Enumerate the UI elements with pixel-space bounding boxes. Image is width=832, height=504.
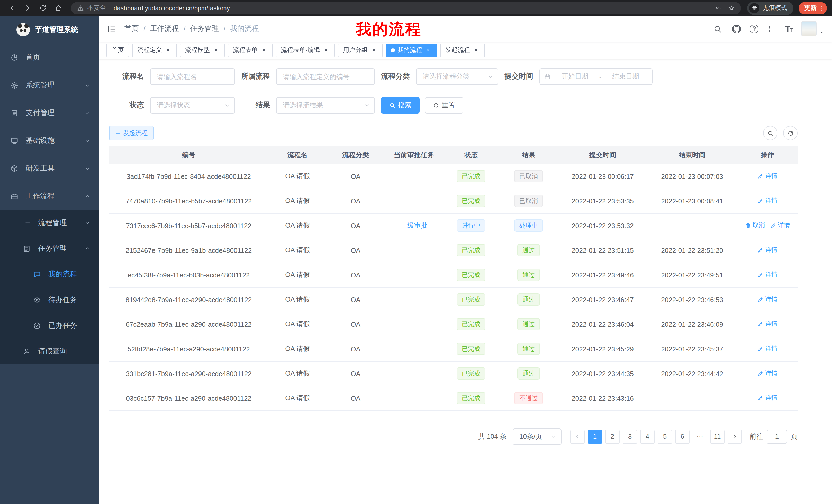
tab-process-model[interactable]: 流程模型×	[180, 44, 225, 57]
cancel-link[interactable]: 取消	[745, 221, 765, 230]
breadcrumb-home[interactable]: 首页	[125, 24, 139, 33]
result-badge: 已取消	[514, 170, 543, 183]
detail-link[interactable]: 详情	[757, 295, 778, 304]
trash-icon	[745, 222, 751, 229]
start-process-button[interactable]: 发起流程	[109, 126, 154, 140]
close-icon[interactable]: ×	[370, 47, 378, 54]
goto-page-input[interactable]	[767, 429, 787, 444]
tab-process-definition[interactable]: 流程定义×	[132, 44, 177, 57]
sidebar-item-infrastructure[interactable]: 基础设施	[0, 127, 99, 155]
page-button[interactable]: 3	[623, 429, 637, 444]
close-icon[interactable]: ×	[322, 47, 330, 54]
user-menu[interactable]	[801, 21, 825, 36]
close-icon[interactable]: ×	[164, 47, 172, 54]
sidebar-item-todo-tasks[interactable]: 待办任务	[0, 287, 99, 313]
incognito-badge[interactable]: 无痕模式	[747, 1, 794, 15]
page-button[interactable]: 11	[710, 429, 725, 444]
goto-label: 前往	[750, 432, 763, 441]
status-badge: 已完成	[457, 318, 486, 330]
parent-process-input[interactable]	[276, 68, 375, 85]
browser-update-button[interactable]: 更新	[799, 2, 827, 14]
page-button[interactable]: 1	[588, 429, 602, 444]
reset-button[interactable]: 重置	[425, 97, 463, 114]
font-size-icon[interactable]	[785, 25, 794, 33]
col-submit-time: 提交时间	[558, 146, 647, 164]
table-header-row: 编号 流程名 流程分类 当前审批任务 状态 结果 提交时间 结束时间 操作	[109, 146, 798, 164]
status-select[interactable]: 请选择状态	[150, 97, 235, 114]
more-pages-button[interactable]: ···	[693, 429, 707, 444]
refresh-table-button[interactable]	[783, 126, 798, 140]
cell-status: 已完成	[443, 262, 499, 287]
breadcrumb-workflow[interactable]: 工作流程	[150, 24, 179, 33]
chevron-down-icon	[488, 74, 494, 80]
bookmark-star-icon[interactable]	[728, 5, 735, 11]
chevron-down-icon	[84, 82, 90, 88]
page-size-select[interactable]: 10条/页	[513, 428, 562, 445]
search-button[interactable]: 搜索	[381, 97, 420, 114]
tab-process-form[interactable]: 流程表单×	[228, 44, 272, 57]
detail-link[interactable]: 详情	[757, 320, 778, 329]
sidebar-item-system[interactable]: 系统管理	[0, 72, 99, 99]
process-name-input[interactable]	[150, 68, 235, 85]
sidebar-item-task-management[interactable]: 任务管理	[0, 236, 99, 261]
cell-result: 已取消	[499, 189, 558, 213]
detail-link[interactable]: 详情	[757, 271, 778, 279]
detail-link[interactable]: 详情	[757, 197, 778, 205]
close-icon[interactable]: ×	[212, 47, 219, 54]
page-button[interactable]: 2	[605, 429, 620, 444]
sidebar-item-process-management[interactable]: 流程管理	[0, 210, 99, 236]
app-logo[interactable]: 芋道管理系统	[0, 16, 99, 44]
sidebar-item-workflow[interactable]: 工作流程	[0, 183, 99, 210]
sidebar-item-my-process[interactable]: 我的流程	[0, 261, 99, 287]
tab-start-process[interactable]: 发起流程×	[440, 44, 485, 57]
category-select[interactable]: 请选择流程分类	[416, 68, 498, 85]
tab-home[interactable]: 首页	[106, 44, 129, 57]
browser-reload-button[interactable]	[36, 1, 49, 15]
clipboard-icon	[23, 245, 31, 253]
prev-page-button[interactable]	[570, 429, 585, 444]
tab-my-process[interactable]: 我的流程×	[386, 44, 437, 57]
sidebar-item-payment[interactable]: 支付管理	[0, 99, 99, 127]
hamburger-toggle[interactable]	[99, 16, 125, 41]
detail-link[interactable]: 详情	[757, 369, 778, 378]
detail-link[interactable]: 详情	[757, 344, 778, 353]
page-button[interactable]: 5	[658, 429, 672, 444]
sidebar-item-label: 我的流程	[48, 270, 77, 279]
current-task-link[interactable]: 一级审批	[400, 221, 427, 229]
tab-process-form-edit[interactable]: 流程表单-编辑×	[276, 44, 335, 57]
close-icon[interactable]: ×	[425, 47, 432, 54]
password-key-icon[interactable]	[715, 5, 722, 11]
result-badge: 通过	[517, 244, 540, 256]
sidebar-item-home[interactable]: 首页	[0, 44, 99, 72]
next-page-button[interactable]	[728, 429, 742, 444]
table-row: 7317cec6-7b9b-11ec-b5b7-acde48001122 OA …	[109, 213, 798, 238]
sidebar-item-done-tasks[interactable]: 已办任务	[0, 313, 99, 339]
tab-user-group[interactable]: 用户分组×	[338, 44, 383, 57]
browser-back-button[interactable]	[5, 1, 19, 15]
browser-home-button[interactable]	[51, 1, 65, 15]
detail-link[interactable]: 详情	[757, 394, 778, 402]
table-row: 03c6c157-7b9a-11ec-a290-acde48001122 OA …	[109, 386, 798, 411]
close-icon[interactable]: ×	[473, 47, 480, 54]
edit-icon	[757, 173, 763, 179]
sidebar-item-devtools[interactable]: 研发工具	[0, 155, 99, 183]
browser-forward-button[interactable]	[21, 1, 34, 15]
result-select[interactable]: 请选择流结果	[276, 97, 375, 114]
page-button[interactable]: 4	[640, 429, 655, 444]
breadcrumb-task-management[interactable]: 任务管理	[190, 24, 219, 33]
sidebar-item-leave-query[interactable]: 请假查询	[0, 339, 99, 364]
detail-link[interactable]: 详情	[757, 172, 778, 180]
detail-link[interactable]: 详情	[770, 221, 790, 230]
detail-link[interactable]: 详情	[757, 246, 778, 255]
github-icon[interactable]	[731, 23, 742, 34]
toggle-search-button[interactable]	[763, 126, 778, 140]
date-range-picker[interactable]: 开始日期 - 结束日期	[539, 68, 653, 85]
address-bar[interactable]: 不安全 dashboard.yudao.iocoder.cn/bpm/task/…	[71, 2, 741, 14]
search-icon[interactable]	[712, 23, 723, 34]
chevron-down-icon	[551, 433, 557, 440]
close-icon[interactable]: ×	[260, 47, 267, 54]
page-button[interactable]: 6	[675, 429, 690, 444]
cell-end: 2022-01-22 23:51:20	[647, 238, 737, 262]
help-icon[interactable]	[750, 24, 758, 33]
fullscreen-icon[interactable]	[766, 23, 778, 34]
